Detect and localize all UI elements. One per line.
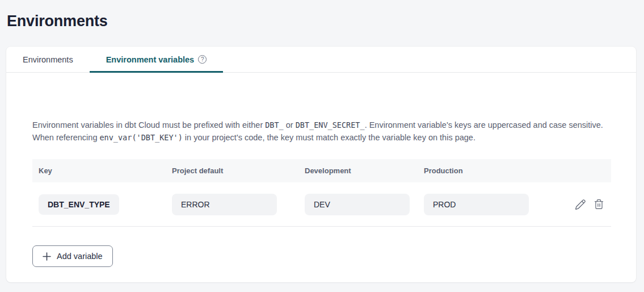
environment-variables-table: Key Project default Development Producti…: [32, 159, 611, 227]
tab-environment-variables[interactable]: Environment variables ?: [90, 47, 224, 72]
column-header-production: Production: [418, 166, 537, 175]
table-row: DBT_ENV_TYPE ERROR DEV PROD: [32, 182, 611, 227]
trash-icon: [594, 199, 604, 210]
add-variable-button[interactable]: Add variable: [32, 245, 113, 267]
description-code-dbt-prefix: DBT_: [265, 120, 284, 130]
variable-key-badge: DBT_ENV_TYPE: [39, 194, 119, 215]
description-code-secret-prefix: DBT_ENV_SECRET_: [296, 120, 365, 130]
project-default-value: ERROR: [172, 194, 277, 215]
column-header-key: Key: [32, 166, 166, 175]
edit-variable-button[interactable]: [574, 198, 587, 211]
environment-variables-card: Environments Environment variables ? Env…: [6, 47, 636, 282]
pencil-icon: [575, 199, 586, 210]
cell-project-default: ERROR: [166, 194, 298, 215]
tab-environment-variables-label: Environment variables: [106, 55, 195, 64]
cell-production: PROD: [418, 194, 537, 215]
production-value: PROD: [424, 194, 529, 215]
development-value: DEV: [305, 194, 410, 215]
description-segment: Environment variables in dbt Cloud must …: [32, 120, 265, 130]
description-text: Environment variables in dbt Cloud must …: [32, 119, 611, 144]
column-header-project-default: Project default: [166, 166, 298, 175]
help-circle-icon[interactable]: ?: [198, 55, 207, 64]
plus-icon: [43, 252, 51, 261]
add-variable-label: Add variable: [57, 252, 103, 261]
card-body: Environment variables in dbt Cloud must …: [6, 119, 636, 267]
cell-row-actions: [537, 198, 611, 211]
cell-key: DBT_ENV_TYPE: [32, 194, 166, 215]
description-code-env-var: env_var('DBT_KEY'): [99, 133, 182, 142]
page-title: Environments: [7, 12, 108, 30]
description-segment: in your project's code, the key must mat…: [183, 133, 475, 142]
cell-development: DEV: [298, 194, 418, 215]
tab-bar: Environments Environment variables ?: [6, 47, 636, 73]
column-header-development: Development: [298, 166, 418, 175]
table-header-row: Key Project default Development Producti…: [32, 159, 611, 182]
description-segment: or: [284, 120, 296, 130]
tab-environments-label: Environments: [23, 55, 73, 64]
delete-variable-button[interactable]: [592, 198, 605, 211]
tab-environments[interactable]: Environments: [6, 47, 90, 72]
